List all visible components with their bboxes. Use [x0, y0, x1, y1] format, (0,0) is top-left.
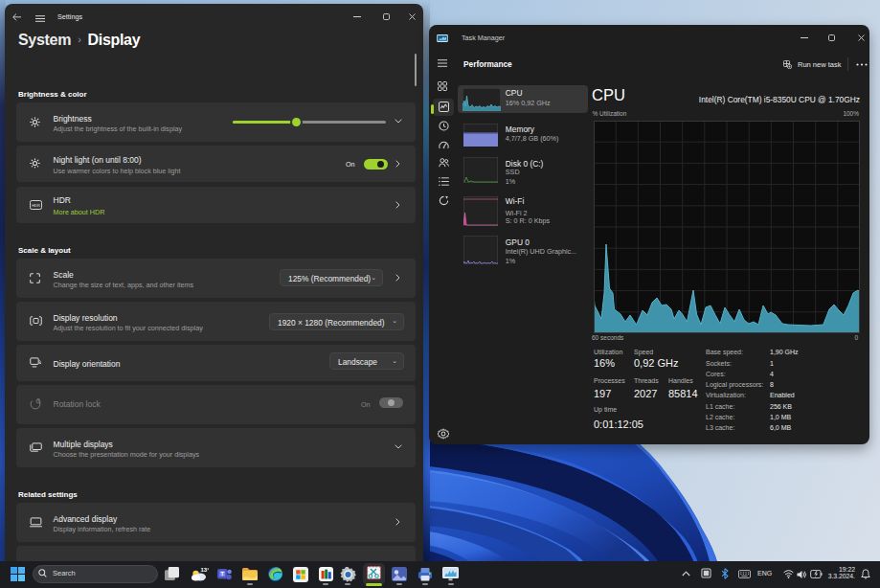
svg-text:13°: 13°: [201, 567, 210, 573]
svg-text:HDR: HDR: [32, 203, 40, 208]
